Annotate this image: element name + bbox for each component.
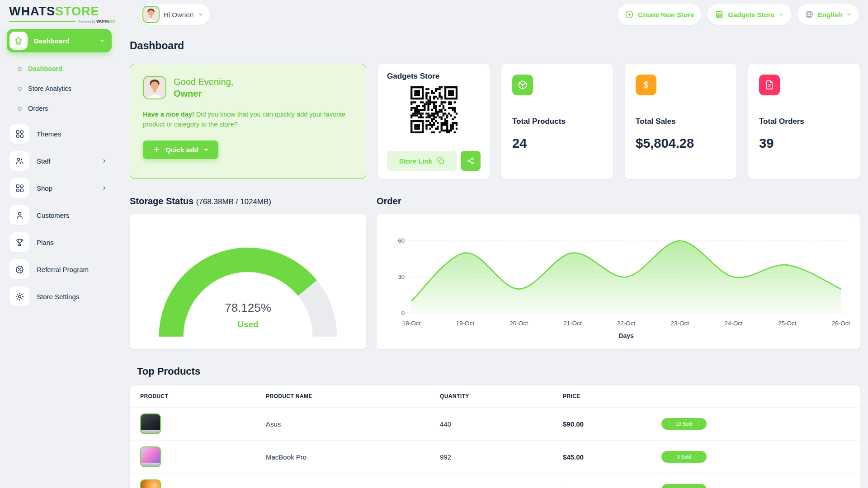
staff-icon (9, 151, 29, 171)
product-quantity: 440 (435, 408, 558, 441)
sidebar-item-store-settings[interactable]: Store Settings (7, 284, 112, 309)
chevron-right-icon (101, 158, 107, 164)
bullet-icon (18, 87, 22, 91)
sidebar-item-store-analytics[interactable]: Store Analytics (7, 79, 112, 99)
page-title: Dashboard (130, 40, 860, 52)
logo-underline (9, 21, 75, 22)
svg-text:19-Oct: 19-Oct (456, 320, 474, 327)
caret-down-icon (204, 149, 208, 151)
svg-text:Days: Days (618, 332, 634, 339)
user-menu[interactable]: Hi,Owner! (140, 4, 210, 25)
user-greeting: Hi,Owner! (164, 11, 194, 19)
store-selector-dropdown[interactable]: Gadgets Store (708, 4, 791, 25)
col-quantity: QUANTITY (435, 385, 558, 408)
top-products-title: Top Products (137, 366, 860, 377)
svg-text:23-Oct: 23-Oct (670, 320, 689, 327)
storefront-icon (715, 10, 724, 19)
storage-status-title: Storage Status (768.38MB / 1024MB) (130, 196, 366, 206)
share-icon (467, 157, 475, 165)
sidebar-item-dashboard[interactable]: Dashboard (7, 59, 112, 79)
table-row: MacBook Pro 992 $45.00 3 Sold (130, 441, 860, 474)
svg-text:26-Oct: 26-Oct (832, 320, 850, 327)
owner-avatar (143, 76, 166, 99)
svg-text:18-Oct: 18-Oct (402, 320, 421, 327)
gear-icon (9, 286, 29, 306)
stat-card-total-orders: Total Orders 39 (748, 64, 860, 179)
table-row: Samsung 213 $71.00 8 Sold (130, 474, 860, 488)
sold-badge: 8 Sold (661, 484, 707, 488)
col-price: PRICE (558, 385, 657, 408)
storage-used-label: Used (130, 319, 366, 329)
sidebar-item-staff[interactable]: Staff (7, 148, 112, 174)
sold-badge: 10 Sold (661, 418, 707, 430)
col-product: PRODUCT (130, 385, 261, 408)
svg-text:0: 0 (401, 310, 405, 316)
stat-label: Total Sales (636, 117, 726, 126)
order-chart-title: Order (377, 196, 860, 206)
share-button[interactable] (461, 151, 481, 171)
store-qr-card: Gadgets Store Store Link (378, 64, 490, 179)
person-icon (9, 205, 29, 225)
bullet-icon (18, 67, 22, 71)
main-content: Dashboard Good Evening, Owner Have a nic… (112, 29, 868, 488)
svg-text:60: 60 (398, 237, 405, 244)
globe-icon (805, 10, 814, 19)
order-area-chart: 6030018-Oct19-Oct20-Oct21-Oct22-Oct23-Oc… (377, 214, 860, 349)
language-selector-dropdown[interactable]: English (797, 4, 859, 25)
top-products-table: PRODUCT PRODUCT NAME QUANTITY PRICE Asus… (130, 385, 860, 488)
sidebar-item-shop[interactable]: Shop (7, 175, 112, 201)
sidebar-item-referral-program[interactable]: Referral Program (7, 257, 112, 282)
plus-circle-icon (625, 10, 634, 19)
product-name: Samsung (261, 474, 435, 488)
svg-text:25-Oct: 25-Oct (778, 320, 797, 327)
quick-add-button[interactable]: Quick add (143, 141, 218, 159)
chevron-right-icon (101, 185, 107, 191)
app-logo[interactable]: WHATSSTORE Powered By WORKDO (9, 5, 115, 23)
stat-value: 24 (512, 136, 602, 151)
stat-label: Total Orders (759, 117, 849, 126)
stat-value: 39 (759, 136, 849, 151)
table-header-row: PRODUCT PRODUCT NAME QUANTITY PRICE (130, 385, 860, 408)
chevron-down-icon (198, 12, 203, 17)
svg-text:24-Oct: 24-Oct (724, 320, 743, 327)
invoice-icon (759, 75, 780, 95)
svg-text:22-Oct: 22-Oct (617, 320, 636, 327)
product-quantity: 992 (435, 441, 558, 474)
storage-gauge-chart: 78.125% Used (130, 214, 366, 349)
sidebar-item-themes[interactable]: Themes (7, 121, 112, 146)
table-row: Asus 440 $90.00 10 Sold (130, 408, 860, 441)
product-quantity: 213 (435, 474, 558, 488)
product-image (140, 413, 161, 434)
grid-icon (9, 124, 29, 144)
bullet-icon (18, 107, 22, 111)
svg-text:20-Oct: 20-Oct (509, 320, 528, 327)
greeting-message: Have a nice day! Did you know that you c… (143, 109, 353, 130)
storage-percent: 78.125% (130, 301, 366, 315)
trophy-icon (9, 232, 29, 252)
product-price: $71.00 (558, 474, 657, 488)
chevron-down-icon (846, 12, 852, 17)
stat-label: Total Products (512, 117, 602, 126)
grid-icon (9, 178, 29, 198)
user-avatar (142, 6, 160, 23)
product-name: MacBook Pro (261, 441, 435, 474)
greeting-title: Good Evening, Owner (174, 76, 233, 99)
plus-icon (153, 146, 160, 153)
sidebar-item-plans[interactable]: Plans (7, 230, 112, 255)
store-qr-code (410, 86, 458, 133)
product-price: $45.00 (558, 441, 657, 474)
logo-wordmark: WHATSSTORE (9, 5, 115, 18)
sidebar-item-orders[interactable]: Orders (7, 99, 112, 118)
stat-value: $5,804.28 (636, 136, 726, 151)
sidebar: Dashboard Dashboard Store Analytics Orde… (7, 29, 112, 309)
sidebar-item-customers[interactable]: Customers (7, 202, 112, 228)
create-new-store-button[interactable]: Create New Store (618, 4, 701, 25)
store-link-button[interactable]: Store Link (387, 151, 457, 171)
home-icon (9, 32, 28, 50)
sidebar-group-dashboard[interactable]: Dashboard (7, 29, 112, 52)
product-image (140, 479, 161, 488)
greeting-card: Good Evening, Owner Have a nice day! Did… (130, 64, 366, 179)
stat-card-total-sales: Total Sales $5,804.28 (625, 64, 736, 179)
product-name: Asus (261, 408, 435, 441)
logo-tagline: Powered By WORKDO (9, 19, 115, 23)
